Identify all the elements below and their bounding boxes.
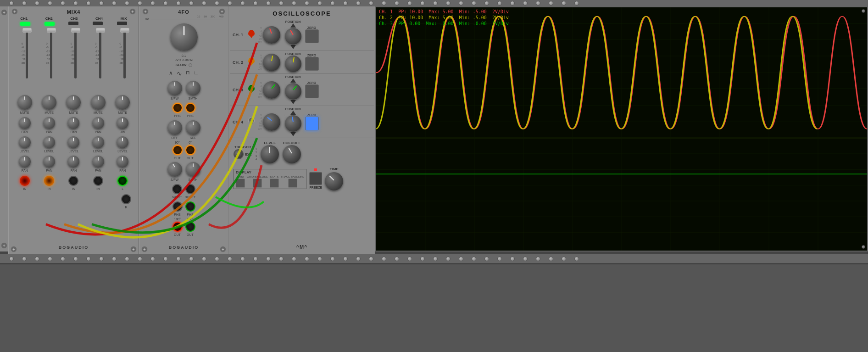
mix-mute-knob[interactable] xyxy=(115,95,130,110)
ffo-scl-knob[interactable] xyxy=(186,120,200,135)
ffo-phs2-port[interactable] xyxy=(185,103,195,113)
ffo-module: + 4FO + 0V 10 50 200 400 xyxy=(139,6,228,254)
add-module-left-top[interactable]: + xyxy=(1,9,7,16)
mix4-add-bottom-left[interactable]: + xyxy=(11,246,17,252)
mix-level-knob[interactable] xyxy=(117,136,128,148)
ch2-info: Ch. 2 PP: 10.00 Max: 5.00 Min: -5.00 2V/… xyxy=(379,15,509,20)
stats-btn[interactable] xyxy=(270,179,279,188)
holdoff-knob[interactable] xyxy=(283,145,301,163)
mix4-add-top-left[interactable]: + xyxy=(11,8,18,15)
ch2-pin-icon xyxy=(247,57,256,67)
ch3-in-port[interactable] xyxy=(68,176,78,186)
screw xyxy=(472,257,476,261)
level-knob[interactable] xyxy=(261,145,279,163)
mix-pan2-knob[interactable] xyxy=(117,156,128,168)
ch3-volt-knob[interactable]: 5105 xyxy=(263,81,280,99)
ffo-smth2-knob[interactable] xyxy=(186,162,200,177)
ch1-level-knob[interactable] xyxy=(19,136,31,148)
ch1-pos-knob[interactable] xyxy=(285,28,301,45)
screw xyxy=(35,1,39,6)
screw xyxy=(150,1,155,6)
ch3-pos-knob[interactable] xyxy=(285,83,301,100)
screw xyxy=(305,1,309,6)
ch4-mute-knob[interactable] xyxy=(91,95,106,110)
ch1-mute-knob[interactable] xyxy=(17,95,32,110)
ch1-pan2-knob[interactable] xyxy=(19,156,31,168)
ch1-info: CH. 1 PP: 10.00 Max: 5.00 Min: -5.00 2V/… xyxy=(379,9,509,14)
ch4-volt-knob[interactable]: 5105 xyxy=(263,113,280,131)
ch3-fader[interactable] xyxy=(71,28,80,33)
grid-btn[interactable] xyxy=(236,179,245,188)
ch2-pan-knob[interactable] xyxy=(43,117,55,129)
ch1-in-port[interactable] xyxy=(20,176,30,186)
time-knob[interactable] xyxy=(325,172,343,190)
ch4-fader[interactable] xyxy=(96,28,105,33)
mix-led xyxy=(117,22,127,25)
ch3-pan2-knob[interactable] xyxy=(67,156,79,168)
ffo-out1-port[interactable] xyxy=(172,145,183,155)
ch1-volt-knob[interactable]: 5105 xyxy=(263,26,280,44)
ch4-pos-up xyxy=(290,111,296,115)
ch1-pos-down xyxy=(290,45,296,49)
ffo-out2-port[interactable] xyxy=(185,145,195,155)
screw xyxy=(99,1,104,6)
ffo-out4-port[interactable] xyxy=(185,222,195,232)
mix-r-port[interactable] xyxy=(121,194,131,204)
ch4-pos-knob[interactable] xyxy=(285,115,301,132)
screw xyxy=(189,257,194,261)
screw xyxy=(125,1,129,6)
ffo-rate-knob[interactable] xyxy=(170,23,198,51)
screw xyxy=(433,257,438,261)
grid-baseline-btn[interactable] xyxy=(253,179,262,188)
ffo-add-top-left[interactable]: + xyxy=(142,8,149,15)
ffo-add-top-right[interactable]: + xyxy=(219,8,225,15)
screw xyxy=(99,257,104,261)
ffo-voct-port[interactable] xyxy=(172,184,182,194)
ch2-volt-knob[interactable]: 5105 xyxy=(263,54,280,71)
trigger-port[interactable] xyxy=(234,149,244,159)
screw xyxy=(536,257,540,261)
ch3-pan-knob[interactable] xyxy=(67,117,79,129)
ch4-level-knob[interactable] xyxy=(92,136,104,148)
ffo-phs1-port[interactable] xyxy=(172,103,183,113)
ch1-pan-knob[interactable] xyxy=(19,117,31,129)
ffo-spw2-knob[interactable] xyxy=(167,162,182,177)
ch2-mute-knob[interactable] xyxy=(42,95,56,110)
mix4-module: + MIX4 + CH1 CH2 CH3 CH4 MIX xyxy=(8,6,139,254)
ch3-pos-down xyxy=(290,100,296,104)
ffo-reset-port[interactable] xyxy=(185,184,195,194)
ch3-level-knob[interactable] xyxy=(67,136,79,148)
ffo-phs3-port[interactable] xyxy=(172,201,183,212)
mix-l-port[interactable] xyxy=(117,176,128,186)
ffo-out3-port[interactable] xyxy=(172,222,183,232)
osc-svg xyxy=(376,7,867,251)
ffo-off-knob[interactable] xyxy=(167,120,182,135)
ch1-fader[interactable] xyxy=(22,28,32,33)
ch4-in-port[interactable] xyxy=(93,176,103,186)
mix4-add-top-right[interactable]: + xyxy=(129,8,136,15)
screw xyxy=(549,257,553,261)
ch2-level-knob[interactable] xyxy=(43,136,55,148)
ch4-pan-knob[interactable] xyxy=(92,117,104,129)
ch2-zero-btn[interactable] xyxy=(305,57,319,71)
ffo-add-bottom-left[interactable]: + xyxy=(141,246,148,252)
mix-dim-knob[interactable] xyxy=(117,117,128,129)
ffo-smth-knob[interactable] xyxy=(186,81,200,95)
freeze-btn[interactable] xyxy=(309,172,322,185)
add-module-left-bottom[interactable]: + xyxy=(1,242,7,249)
trace-baseline-btn[interactable] xyxy=(288,179,297,188)
ch2-pos-knob[interactable] xyxy=(285,56,301,72)
ffo-phs4-port[interactable] xyxy=(185,201,195,212)
mix4-add-bottom-right[interactable]: + xyxy=(130,246,137,252)
ffo-add-bottom-right[interactable]: + xyxy=(220,246,226,252)
ch2-in-port[interactable] xyxy=(44,176,54,186)
ch2-pan2-knob[interactable] xyxy=(43,156,55,168)
mix-fader[interactable] xyxy=(120,28,129,33)
ch3-mute-knob[interactable] xyxy=(66,95,81,110)
ch4-pan2-knob[interactable] xyxy=(92,156,104,168)
ch4-zero-btn[interactable] xyxy=(305,117,319,130)
ch2-fader[interactable] xyxy=(47,28,56,33)
ffo-spw-knob[interactable] xyxy=(167,81,182,95)
ch1-zero-btn[interactable] xyxy=(305,29,319,43)
ch3-zero-btn[interactable] xyxy=(305,84,319,98)
